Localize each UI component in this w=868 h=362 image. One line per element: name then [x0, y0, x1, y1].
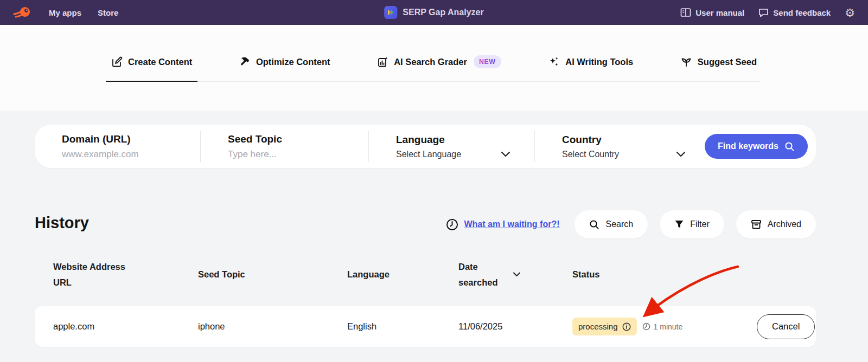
clock-icon — [642, 322, 650, 331]
app-title-chip: SERP Gap Analyzer — [384, 0, 483, 25]
semrush-logo-icon[interactable] — [13, 5, 33, 20]
row-language: English — [347, 321, 458, 332]
new-badge: NEW — [474, 55, 501, 68]
filter-funnel-icon — [674, 219, 684, 229]
tab-ai-writing-tools[interactable]: AI Writing Tools — [545, 55, 636, 81]
elapsed-time: 1 minute — [642, 322, 683, 331]
country-field-group: Country Select Country — [535, 131, 710, 162]
processing-status-badge: processing — [572, 318, 637, 335]
archived-button-label: Archived — [768, 219, 801, 229]
app-title: SERP Gap Analyzer — [403, 8, 483, 17]
language-select[interactable]: Select Language — [396, 150, 534, 159]
sparkles-icon — [548, 56, 560, 68]
tab-create-content-label: Create Content — [128, 57, 192, 67]
col-status: Status — [572, 267, 757, 282]
find-keywords-label: Find keywords — [718, 141, 778, 151]
search-button-label: Search — [605, 219, 633, 229]
chevron-down-icon — [676, 151, 686, 157]
grader-chart-icon — [377, 56, 388, 68]
settings-gear-icon[interactable]: ⚙ — [845, 7, 855, 18]
country-select-value: Select Country — [562, 150, 619, 159]
filter-button-label: Filter — [690, 219, 710, 229]
seed-topic-field-label: Seed Topic — [228, 133, 368, 145]
sort-chevron-down-icon — [513, 272, 521, 277]
nav-store[interactable]: Store — [98, 8, 118, 17]
row-status-cell: processing 1 minute — [572, 318, 757, 335]
tab-ai-search-grader-label: AI Search Grader — [394, 57, 467, 67]
tab-suggest-seed[interactable]: Suggest Seed — [677, 55, 760, 81]
waiting-info: What am I waiting for?! — [446, 218, 559, 231]
nav-my-apps[interactable]: My apps — [49, 8, 81, 17]
seed-sprout-icon — [680, 56, 692, 68]
history-table-row: apple.com iphone English 11/06/2025 proc… — [35, 306, 816, 347]
archive-box-icon — [751, 219, 762, 230]
history-title: History — [35, 214, 89, 232]
user-manual-button[interactable]: User manual — [680, 8, 744, 17]
edit-pencil-icon — [111, 56, 123, 68]
country-field-label: Country — [562, 134, 710, 146]
col-seed-topic: Seed Topic — [198, 267, 347, 282]
archived-button[interactable]: Archived — [736, 210, 816, 238]
language-field-group: Language Select Language — [369, 131, 535, 162]
hammer-icon — [239, 56, 251, 68]
history-table-header: Website Address URL Seed Topic Language … — [35, 259, 816, 290]
book-icon — [680, 8, 691, 17]
tab-bar: Create Content Optimize Content AI Searc… — [108, 55, 760, 82]
tab-optimize-content-label: Optimize Content — [256, 57, 330, 67]
clock-icon — [446, 218, 458, 231]
serp-gap-analyzer-app-icon — [384, 6, 397, 19]
search-icon — [589, 219, 599, 230]
top-bar: My apps Store SERP Gap Analyzer User man… — [0, 0, 868, 25]
domain-input[interactable] — [62, 149, 187, 160]
keyword-search-card: Domain (URL) Seed Topic Language Select … — [35, 125, 816, 168]
search-button[interactable]: Search — [575, 210, 648, 238]
language-select-value: Select Language — [396, 150, 461, 159]
col-language: Language — [347, 267, 458, 282]
processing-status-label: processing — [578, 322, 618, 331]
search-icon — [784, 141, 795, 152]
send-feedback-button[interactable]: Send feedback — [758, 8, 831, 17]
seed-topic-input[interactable] — [228, 149, 354, 160]
filter-button[interactable]: Filter — [660, 210, 724, 238]
send-feedback-label: Send feedback — [773, 8, 831, 17]
col-date-searched[interactable]: Date searched — [458, 259, 572, 290]
history-controls: What am I waiting for?! Search Filter Ar… — [446, 210, 816, 238]
tab-suggest-seed-label: Suggest Seed — [698, 57, 757, 67]
col-website-address: Website Address URL — [53, 259, 137, 290]
tabs-band: Create Content Optimize Content AI Searc… — [0, 25, 868, 111]
cancel-button[interactable]: Cancel — [757, 314, 815, 339]
tab-ai-writing-tools-label: AI Writing Tools — [565, 57, 633, 67]
chevron-down-icon — [501, 151, 510, 157]
info-icon[interactable] — [622, 322, 631, 331]
user-manual-label: User manual — [695, 8, 744, 17]
row-date: 11/06/2025 — [458, 321, 572, 332]
tab-ai-search-grader[interactable]: AI Search Grader NEW — [374, 55, 504, 81]
country-select[interactable]: Select Country — [562, 150, 710, 159]
domain-field-label: Domain (URL) — [62, 133, 200, 145]
feedback-bubble-icon — [758, 8, 769, 17]
row-seed-topic: iphone — [198, 321, 347, 332]
row-website: apple.com — [53, 321, 198, 332]
seed-topic-field-group: Seed Topic — [201, 131, 369, 162]
language-field-label: Language — [396, 134, 534, 146]
waiting-link[interactable]: What am I waiting for?! — [464, 219, 559, 229]
domain-field-group: Domain (URL) — [35, 131, 201, 162]
tab-create-content[interactable]: Create Content — [108, 55, 195, 81]
find-keywords-button[interactable]: Find keywords — [705, 134, 808, 159]
tab-optimize-content[interactable]: Optimize Content — [236, 55, 334, 81]
elapsed-time-label: 1 minute — [654, 322, 683, 331]
